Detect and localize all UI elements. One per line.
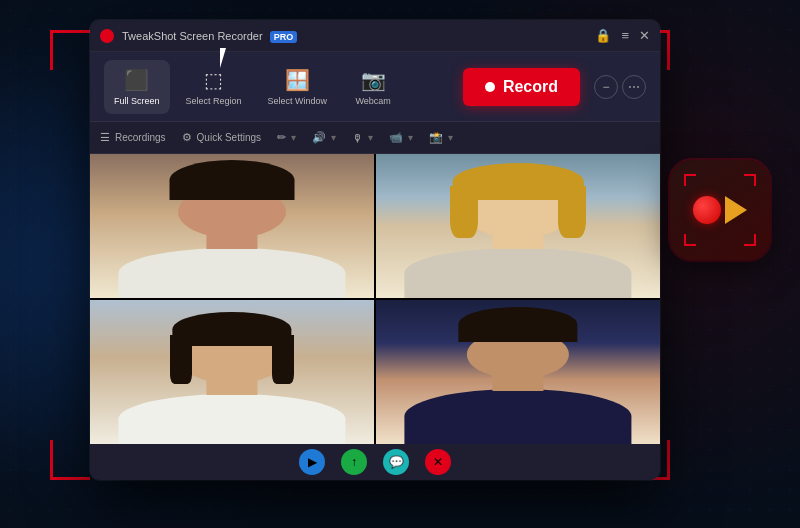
icon-bracket-tl [684, 174, 696, 186]
video-cell-4 [376, 300, 660, 444]
camera-icon: 📹 [389, 131, 403, 144]
pro-badge: PRO [270, 31, 298, 43]
menu-icon[interactable]: ≡ [621, 28, 629, 43]
app-title: TweakShot Screen Recorder PRO [122, 30, 587, 42]
audio-icon: 🔊 [312, 131, 326, 144]
video-cell-2 [376, 154, 660, 298]
settings-icon: ⚙ [182, 131, 192, 144]
video-call-icon: ▶ [308, 455, 317, 469]
main-toolbar: ⬛ Full Screen ⬚ Select Region 🪟 Select W… [90, 52, 660, 122]
select-window-label: Select Window [268, 96, 328, 106]
mic-item[interactable]: 🎙 ▾ [352, 132, 373, 144]
window-controls: 🔒 ≡ ✕ [595, 28, 650, 43]
bracket-top-left [50, 30, 90, 70]
end-call-button[interactable]: ✕ [425, 449, 451, 475]
icon-play-triangle [725, 196, 747, 224]
select-window-icon: 🪟 [285, 68, 310, 92]
chat-icon: 💬 [389, 455, 404, 469]
camera-item[interactable]: 📹 ▾ [389, 131, 413, 144]
webcam-label: Webcam [355, 96, 390, 106]
full-screen-label: Full Screen [114, 96, 160, 106]
record-button[interactable]: Record [463, 68, 580, 106]
close-icon[interactable]: ✕ [639, 28, 650, 43]
app-window: TweakShot Screen Recorder PRO 🔒 ≡ ✕ ⬛ Fu… [90, 20, 660, 480]
toolbar-right-buttons: − ⋯ [594, 75, 646, 99]
end-call-icon: ✕ [433, 455, 443, 469]
full-screen-button[interactable]: ⬛ Full Screen [104, 60, 170, 114]
video-cell-1 [90, 154, 374, 298]
signal-icon: ↑ [351, 455, 357, 469]
app-logo-icon [100, 29, 114, 43]
recordings-label: Recordings [115, 132, 166, 143]
select-region-icon: ⬚ [204, 68, 223, 92]
icon-bracket-tr [744, 174, 756, 186]
icon-bracket-bl [684, 234, 696, 246]
app-icon-inner [693, 196, 747, 224]
webcam-button[interactable]: 📷 Webcam [343, 60, 403, 114]
quick-settings-item[interactable]: ⚙ Quick Settings [182, 131, 261, 144]
bottom-bar: ▶ ↑ 💬 ✕ [90, 444, 660, 480]
audio-item[interactable]: 🔊 ▾ [312, 131, 336, 144]
webcam-icon: 📷 [361, 68, 386, 92]
brush-item[interactable]: ✏ ▾ [277, 131, 296, 144]
video-grid [90, 154, 660, 444]
mic-icon: 🎙 [352, 132, 363, 144]
video-call-button[interactable]: ▶ [299, 449, 325, 475]
title-bar: TweakShot Screen Recorder PRO 🔒 ≡ ✕ [90, 20, 660, 52]
record-dot-icon [485, 82, 495, 92]
expand-button[interactable]: ⋯ [622, 75, 646, 99]
select-window-button[interactable]: 🪟 Select Window [258, 60, 338, 114]
icon-bracket-br [744, 234, 756, 246]
icon-record-circle [693, 196, 721, 224]
app-icon [670, 160, 770, 260]
signal-button[interactable]: ↑ [341, 449, 367, 475]
bracket-bottom-left [50, 440, 90, 480]
chat-button[interactable]: 💬 [383, 449, 409, 475]
select-region-label: Select Region [186, 96, 242, 106]
quick-settings-label: Quick Settings [197, 132, 261, 143]
video-cell-3 [90, 300, 374, 444]
lock-icon[interactable]: 🔒 [595, 28, 611, 43]
cursor [220, 48, 236, 70]
full-screen-icon: ⬛ [124, 68, 149, 92]
select-region-button[interactable]: ⬚ Select Region [176, 60, 252, 114]
secondary-toolbar: ☰ Recordings ⚙ Quick Settings ✏ ▾ 🔊 ▾ 🎙 … [90, 122, 660, 154]
minimize-button[interactable]: − [594, 75, 618, 99]
recordings-item[interactable]: ☰ Recordings [100, 131, 166, 144]
app-title-text: TweakShot Screen Recorder [122, 30, 263, 42]
photo-icon: 📸 [429, 131, 443, 144]
recordings-icon: ☰ [100, 131, 110, 144]
record-button-label: Record [503, 78, 558, 96]
brush-icon: ✏ [277, 131, 286, 144]
icon-camera-art [693, 196, 747, 224]
photo-item[interactable]: 📸 ▾ [429, 131, 453, 144]
